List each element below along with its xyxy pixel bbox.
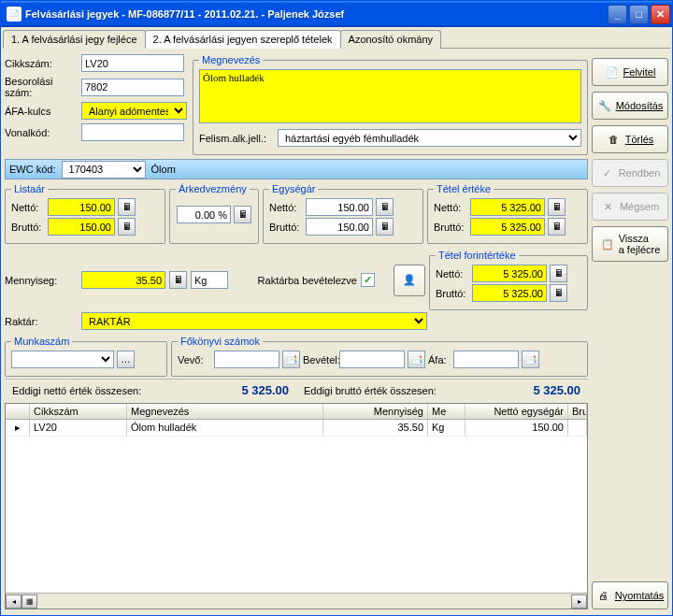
tetel-netto-input[interactable]: [470, 198, 545, 216]
torles-button[interactable]: 🗑Törlés: [592, 125, 668, 153]
ewc-select[interactable]: 170403: [62, 161, 146, 179]
user-icon-button[interactable]: 👤: [394, 265, 425, 296]
fokonyvi-group: Főkönyvi számok Vevő:📑 Bevétel:📑 Áfa:📑: [171, 336, 588, 377]
raktar-select[interactable]: RAKTÁR: [81, 312, 427, 330]
tab-header[interactable]: 1. A felvásárlási jegy fejléce: [3, 30, 146, 49]
calc-icon[interactable]: 🖩: [548, 218, 566, 236]
unit-input[interactable]: [191, 271, 228, 289]
vonalkod-label: Vonalkód:: [5, 127, 78, 138]
grid-header: Cikkszám Megnevezés Mennyiség Me Nettó e…: [6, 404, 587, 420]
edit-icon: 🔧: [597, 98, 612, 113]
scroll-grip-icon[interactable]: ▦: [21, 595, 37, 609]
scroll-right-icon[interactable]: ▸: [571, 595, 587, 609]
horizontal-scrollbar[interactable]: ◂ ▦ ▸: [6, 593, 587, 609]
calc-icon[interactable]: 🖩: [550, 284, 567, 302]
back-icon: 📋: [600, 236, 615, 251]
window-title: Felvásárlási jegyek - MF-086877/11 - 201…: [25, 8, 608, 20]
calc-icon[interactable]: 🖩: [550, 265, 567, 282]
print-icon: 🖨: [596, 588, 611, 603]
nyomtatas-button[interactable]: 🖨Nyomtatás: [592, 581, 668, 609]
calc-icon[interactable]: 🖩: [376, 218, 394, 236]
rendben-button: ✓Rendben: [592, 159, 668, 187]
scroll-left-icon[interactable]: ◂: [6, 595, 21, 609]
close-button[interactable]: ✕: [651, 5, 670, 24]
tab-bar: 1. A felvásárlási jegy fejléce 2. A felv…: [3, 29, 670, 49]
row-indicator-icon: ▸: [6, 420, 30, 436]
vonalkod-input[interactable]: [81, 123, 184, 141]
app-icon: 📄: [7, 7, 21, 21]
vevo-input[interactable]: [214, 351, 279, 368]
trash-icon: 🗑: [607, 132, 622, 147]
besorolasi-input[interactable]: [81, 79, 184, 96]
tab-items[interactable]: 2. A felvásárlási jegyen szereplő tétele…: [145, 30, 341, 49]
munkaszam-select[interactable]: [11, 351, 114, 368]
new-icon: 📄: [605, 64, 620, 79]
listaar-netto-input[interactable]: [48, 198, 115, 216]
lookup-icon[interactable]: 📑: [522, 351, 539, 368]
megnevezes-legend: Megnevezés: [199, 54, 263, 65]
calc-icon[interactable]: 🖩: [376, 198, 394, 216]
munkaszam-group: Munkaszám …: [5, 336, 167, 377]
ewc-name: Ólom: [151, 164, 176, 175]
listaar-brutto-input[interactable]: [48, 218, 115, 236]
lookup-icon[interactable]: 📑: [408, 351, 425, 368]
megsem-button: ✕Mégsem: [592, 193, 668, 221]
tetel-group: Tétel értéke Nettó:🖩 Bruttó:🖩: [427, 183, 588, 244]
calc-icon[interactable]: 🖩: [169, 271, 187, 289]
cikkszam-input[interactable]: [81, 54, 184, 72]
cancel-icon: ✕: [601, 199, 616, 214]
modositas-button[interactable]: 🔧Módosítás: [592, 92, 668, 120]
egysegar-netto-input[interactable]: [306, 198, 373, 216]
check-icon: ✓: [600, 165, 615, 180]
calc-icon[interactable]: 🖩: [118, 198, 136, 216]
felism-select[interactable]: háztartási egyéb fémhulladék: [278, 129, 581, 147]
calc-icon[interactable]: 🖩: [234, 206, 251, 223]
afa-label: ÁFA-kulcs: [5, 106, 78, 117]
mennyiseg-input[interactable]: [81, 271, 165, 289]
arkedv-input[interactable]: [177, 206, 231, 223]
afa-input[interactable]: [453, 351, 519, 368]
main-window: 📄 Felvásárlási jegyek - MF-086877/11 - 2…: [0, 0, 673, 616]
felvitel-button[interactable]: 📄Felvitel: [592, 58, 668, 86]
bevetel-input[interactable]: [339, 351, 405, 368]
megnevezes-group: Megnevezés Ólom hulladék Felism.alk.jell…: [193, 54, 588, 155]
ewc-label: EWC kód:: [9, 164, 56, 175]
tab-id[interactable]: Azonosító okmány: [340, 30, 442, 49]
browse-icon[interactable]: …: [117, 351, 135, 368]
maximize-button[interactable]: □: [629, 5, 649, 24]
arkedv-group: Árkedvezmény 🖩: [169, 183, 259, 244]
minimize-button[interactable]: _: [608, 5, 627, 24]
forint-brutto-input[interactable]: [472, 284, 547, 302]
table-row[interactable]: ▸ LV20 Ólom hulladék 35.50 Kg 150.00: [6, 420, 587, 437]
egysegar-brutto-input[interactable]: [306, 218, 373, 236]
cikkszam-label: Cikkszám:: [5, 58, 78, 69]
felism-label: Felism.alk.jell.:: [199, 133, 274, 144]
raktarba-checkbox[interactable]: ✓: [361, 273, 375, 287]
items-grid: Cikkszám Megnevezés Mennyiség Me Nettó e…: [5, 403, 588, 609]
afa-select[interactable]: Alanyi adómentes: [81, 102, 187, 120]
besorolasi-label: Besorolási szám:: [5, 76, 78, 98]
lookup-icon[interactable]: 📑: [282, 351, 300, 368]
title-bar: 📄 Felvásárlási jegyek - MF-086877/11 - 2…: [1, 1, 672, 27]
vissza-button[interactable]: 📋Visszaa fejlécre: [592, 226, 668, 262]
calc-icon[interactable]: 🖩: [548, 198, 566, 216]
calc-icon[interactable]: 🖩: [118, 218, 136, 236]
egysegar-group: Egységár Nettó:🖩 Bruttó:🖩: [263, 183, 423, 244]
forint-netto-input[interactable]: [472, 265, 547, 282]
tetel-brutto-input[interactable]: [470, 218, 545, 236]
total-brutto-value: 5 325.00: [487, 383, 580, 397]
megnevezes-textarea[interactable]: Ólom hulladék: [199, 69, 581, 123]
total-netto-value: 5 325.00: [195, 383, 289, 397]
listaar-group: Listaár Nettó:🖩 Bruttó:🖩: [5, 183, 165, 244]
forint-group: Tétel forintértéke Nettó:🖩 Bruttó:🖩: [429, 250, 588, 310]
ewc-bar: EWC kód: 170403 Ólom: [5, 159, 588, 179]
